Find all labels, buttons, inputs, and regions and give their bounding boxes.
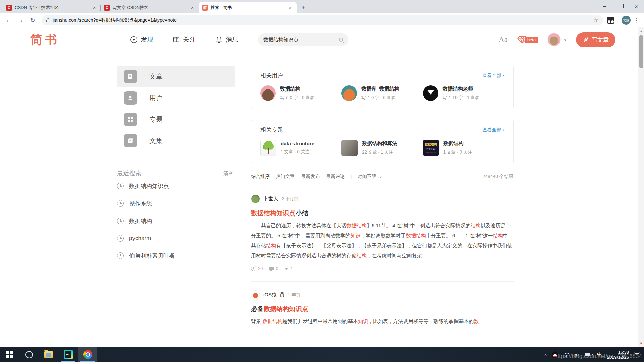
back-button[interactable]: ←: [3, 15, 13, 25]
subscriptions-icon: [173, 36, 180, 43]
browser-profile-avatar[interactable]: 昊霖: [622, 16, 631, 25]
nav-follow[interactable]: 关注: [173, 35, 196, 44]
recent-search-label: 伯努利朴素贝叶斯: [129, 252, 175, 260]
article-title-link[interactable]: 数据结构知识点小结: [251, 209, 514, 218]
bookmark-star-icon[interactable]: ☆: [593, 17, 598, 24]
tab-close-icon[interactable]: ×: [287, 5, 293, 11]
sort-option-latest-comments[interactable]: 最新评论: [326, 174, 345, 180]
scroll-down-arrow[interactable]: ▼: [639, 340, 643, 347]
sidebar-item-articles[interactable]: 文章: [117, 66, 235, 87]
wifi-icon[interactable]: [563, 352, 569, 357]
user-meta: 写了 19 字 · 1 喜欢: [443, 95, 479, 101]
font-size-toggle[interactable]: Aa: [499, 35, 508, 44]
screen: C CSDN-专业IT技术社区 × C 写文章-CSDN博客 × 简 搜索 - …: [0, 0, 644, 362]
search-results-column: 相关用户 查看全部 › 数据结构写了 0 字 · 0 喜欢 数据库_数据结构写了…: [251, 66, 514, 326]
user-menu[interactable]: ∨: [547, 33, 567, 46]
write-article-button[interactable]: 写文章: [576, 32, 615, 47]
recent-search-item[interactable]: pycharm: [117, 230, 235, 247]
battery-icon[interactable]: [585, 353, 592, 356]
user-name: 数据库_数据结构: [361, 86, 399, 92]
related-user[interactable]: 数据结构老师写了 19 字 · 1 喜欢: [423, 85, 504, 101]
pycharm-button[interactable]: PC: [58, 347, 78, 362]
recent-search-item[interactable]: 数据结构知识点: [117, 177, 235, 195]
url-text: jianshu.com/search?q=数据结构知识点&page=1&type…: [53, 17, 590, 23]
related-topic[interactable]: 数据结构 （C语言版） Data Structure 数据结构1 文章 · 0 …: [423, 140, 504, 156]
sidebar-item-users[interactable]: 用户: [117, 87, 235, 109]
author-avatar[interactable]: [251, 194, 260, 203]
nav-messages[interactable]: 消息: [215, 35, 238, 44]
new-tab-button[interactable]: +: [299, 3, 308, 12]
tab-csdn-community[interactable]: C CSDN-专业IT技术社区 ×: [3, 2, 101, 13]
view-all-users-link[interactable]: 查看全部 ›: [482, 73, 504, 79]
search-result-article: iOS猿_员 1 年前 必备数据结构知识点 背景 数据结构是我们开发过程中最常用…: [251, 290, 514, 326]
sidebar-item-collections[interactable]: 文集: [117, 130, 235, 152]
topic-cover-tree: [260, 140, 276, 156]
tab-jianshu-search[interactable]: 简 搜索 - 简书 ×: [199, 2, 297, 13]
window-close-button[interactable]: ×: [628, 0, 644, 13]
jianshu-logo[interactable]: 简书: [30, 32, 60, 48]
address-bar[interactable]: jianshu.com/search?q=数据结构知识点&page=1&type…: [42, 15, 603, 25]
browser-menu-button[interactable]: ⋮: [633, 17, 641, 23]
sort-option-comprehensive[interactable]: 综合排序: [251, 174, 270, 180]
recent-search-label: 数据结构知识点: [129, 182, 169, 190]
forward-button[interactable]: →: [15, 15, 25, 25]
user-avatar-dark: [423, 85, 438, 101]
tab-close-icon[interactable]: ×: [189, 5, 195, 11]
recent-search-label: 操作系统: [129, 200, 152, 207]
ime-indicator[interactable]: 中: [597, 351, 602, 358]
related-topic[interactable]: data structure1 文章 · 0 关注: [260, 140, 341, 156]
site-search-input[interactable]: [263, 37, 339, 43]
taskbar-clock[interactable]: 16:38 2019/12/26: [607, 350, 629, 360]
author-name[interactable]: iOS猿_员: [263, 292, 284, 298]
article-time: 2 个月前: [282, 196, 299, 202]
separator-dot: ·: [322, 174, 324, 179]
membership-beta[interactable]: beta: [517, 35, 538, 44]
recent-search-item[interactable]: 数据结构: [117, 212, 235, 230]
recent-search-item[interactable]: 伯努利朴素贝叶斯: [117, 247, 235, 264]
article-snippet[interactable]: ……其自己的遍历，转换方法具体在【大话数据结构】6.11节。 4.在“树”中，创…: [251, 221, 514, 261]
recent-search-label: pycharm: [129, 235, 151, 242]
comments-stat[interactable]: 0: [269, 266, 278, 271]
chevron-down-icon: ∨: [379, 175, 382, 179]
author-avatar[interactable]: [251, 290, 260, 299]
window-minimize-button[interactable]: [597, 0, 612, 13]
scrollbar-thumb[interactable]: [639, 35, 643, 68]
related-topic[interactable]: 数据结构和算法22 文章 · 1 关注: [341, 140, 423, 156]
action-center-icon[interactable]: [634, 352, 640, 357]
tab-close-icon[interactable]: ×: [91, 5, 97, 11]
article-snippet[interactable]: 背景 数据结构是我们开发过程中最常用到的基本知识，比如表，方法调用栈等等，熟练的…: [251, 316, 514, 326]
nav-discover[interactable]: 发现: [130, 35, 153, 44]
sort-option-hot[interactable]: 热门文章: [276, 174, 295, 180]
article-title-link[interactable]: 必备数据结构知识点: [251, 305, 514, 313]
cortana-button[interactable]: [19, 347, 39, 362]
likes-stat[interactable]: ♥2: [285, 266, 292, 271]
reload-button[interactable]: ↻: [28, 15, 38, 25]
tab-csdn-editor[interactable]: C 写文章-CSDN博客 ×: [101, 2, 199, 13]
view-all-topics-link[interactable]: 查看全部 ›: [482, 127, 504, 133]
related-user[interactable]: 数据库_数据结构写了 0 字 · 0 喜欢: [341, 85, 423, 101]
file-explorer-button[interactable]: [39, 347, 58, 362]
scroll-up-arrow[interactable]: ▲: [640, 27, 643, 34]
topic-name: data structure: [281, 141, 314, 146]
chrome-button[interactable]: [78, 347, 97, 362]
recent-searches-title: 最近搜索: [117, 169, 141, 177]
time-filter-dropdown[interactable]: 时间不限: [358, 174, 376, 180]
user-avatar[interactable]: [547, 33, 561, 46]
recent-search-item[interactable]: 操作系统: [117, 195, 235, 212]
separator-dot: ·: [297, 174, 299, 179]
related-user[interactable]: 数据结构写了 0 字 · 0 喜欢: [260, 85, 341, 101]
window-restore-button[interactable]: [612, 0, 628, 13]
page-scrollbar[interactable]: ▲ ▼: [638, 27, 644, 347]
start-button[interactable]: [0, 347, 19, 362]
sidebar-item-topics[interactable]: 专题: [117, 109, 235, 130]
volume-muted-icon[interactable]: [574, 352, 580, 357]
sort-option-newest[interactable]: 最新发布: [301, 174, 320, 180]
clear-recent-button[interactable]: 清空: [223, 170, 233, 177]
search-icon[interactable]: [339, 38, 343, 42]
nav-label: 关注: [183, 35, 196, 44]
qq-icon[interactable]: [552, 351, 558, 358]
extension-icon[interactable]: [607, 17, 614, 24]
author-name[interactable]: 卜世人: [263, 196, 278, 202]
tray-expand-icon[interactable]: ∧: [544, 352, 547, 357]
folder-icon: [44, 351, 53, 358]
